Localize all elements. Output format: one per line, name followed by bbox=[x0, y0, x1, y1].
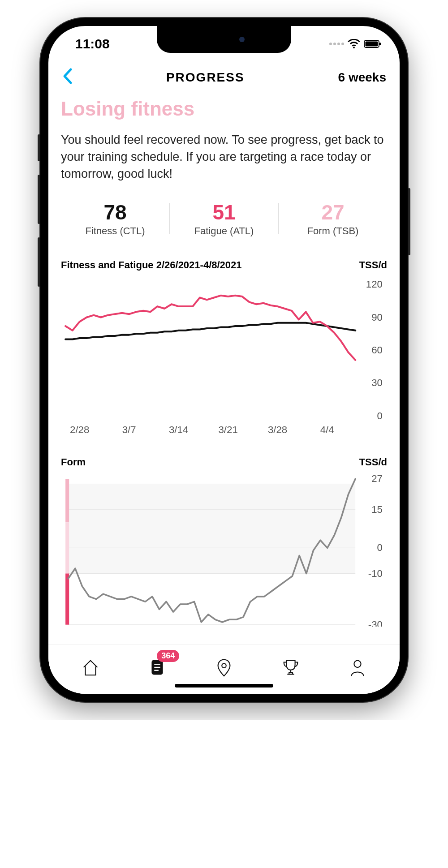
fitness-fatigue-chart[interactable]: 03060901202/283/73/143/213/284/4 bbox=[61, 275, 387, 438]
form-chart[interactable]: 27150-10-30 bbox=[61, 473, 387, 627]
svg-text:3/7: 3/7 bbox=[122, 424, 136, 435]
back-button[interactable] bbox=[62, 68, 73, 88]
svg-text:-30: -30 bbox=[368, 619, 383, 627]
phone-notch bbox=[157, 26, 291, 53]
svg-text:27: 27 bbox=[371, 473, 383, 485]
svg-point-33 bbox=[222, 663, 226, 668]
tab-awards[interactable] bbox=[275, 652, 306, 683]
tab-profile[interactable] bbox=[342, 652, 373, 683]
chart-title: Fitness and Fatigue 2/26/2021-4/8/2021 bbox=[61, 259, 242, 271]
svg-text:3/14: 3/14 bbox=[169, 424, 188, 435]
stats-row: 78 Fitness (CTL) 51 Fatigue (ATL) 27 For… bbox=[61, 200, 387, 237]
nav-bar: PROGRESS 6 weeks bbox=[48, 62, 400, 93]
svg-point-34 bbox=[354, 660, 361, 667]
svg-text:15: 15 bbox=[371, 504, 383, 515]
phone-side-button bbox=[38, 134, 40, 161]
trophy-icon bbox=[280, 657, 301, 678]
phone-side-button bbox=[38, 237, 40, 287]
stat-label: Fatigue (ATL) bbox=[174, 225, 274, 237]
stat-value: 27 bbox=[283, 200, 383, 224]
svg-rect-15 bbox=[68, 484, 355, 574]
svg-text:120: 120 bbox=[366, 279, 383, 290]
stat-label: Form (TSB) bbox=[283, 225, 383, 237]
stat-label: Fitness (CTL) bbox=[65, 225, 165, 237]
phone-device-frame: 11:08 bbox=[40, 18, 408, 702]
svg-text:-10: -10 bbox=[368, 568, 383, 579]
svg-text:3/21: 3/21 bbox=[218, 424, 237, 435]
date-range-selector[interactable]: 6 weeks bbox=[338, 70, 386, 85]
svg-rect-3 bbox=[379, 43, 381, 45]
tab-feed[interactable]: 364 bbox=[142, 652, 173, 683]
page-title: PROGRESS bbox=[73, 70, 338, 85]
svg-rect-2 bbox=[366, 42, 378, 47]
tab-home[interactable] bbox=[75, 652, 106, 683]
svg-text:60: 60 bbox=[371, 344, 383, 356]
tab-explore[interactable] bbox=[208, 652, 240, 683]
chart-unit: TSS/d bbox=[359, 456, 387, 468]
chevron-left-icon bbox=[62, 68, 73, 85]
svg-text:0: 0 bbox=[377, 410, 383, 421]
home-indicator[interactable] bbox=[175, 684, 273, 688]
stat-fatigue: 51 Fatigue (ATL) bbox=[170, 200, 278, 237]
svg-text:30: 30 bbox=[371, 378, 383, 389]
svg-text:2/28: 2/28 bbox=[70, 424, 89, 435]
chart-title: Form bbox=[61, 456, 86, 468]
wifi-icon bbox=[348, 39, 360, 49]
home-icon bbox=[80, 657, 101, 678]
person-icon bbox=[347, 657, 368, 678]
svg-text:3/28: 3/28 bbox=[268, 424, 287, 435]
phone-side-button bbox=[408, 188, 410, 255]
svg-text:0: 0 bbox=[377, 542, 383, 554]
stat-fitness: 78 Fitness (CTL) bbox=[61, 200, 169, 237]
battery-icon bbox=[364, 39, 382, 48]
status-headline: Losing fitness bbox=[61, 98, 387, 120]
chart-unit: TSS/d bbox=[359, 259, 387, 271]
svg-rect-22 bbox=[65, 523, 69, 574]
fitness-fatigue-chart-section: Fitness and Fatigue 2/26/2021-4/8/2021 T… bbox=[61, 259, 387, 438]
stat-value: 51 bbox=[174, 200, 274, 224]
svg-rect-21 bbox=[65, 479, 69, 523]
svg-text:4/4: 4/4 bbox=[320, 424, 334, 435]
stat-form: 27 Form (TSB) bbox=[279, 200, 387, 237]
svg-text:90: 90 bbox=[371, 312, 383, 323]
svg-rect-23 bbox=[65, 574, 69, 625]
tab-badge: 364 bbox=[157, 650, 179, 662]
status-description: You should feel recovered now. To see pr… bbox=[61, 132, 387, 182]
svg-point-0 bbox=[353, 47, 355, 48]
stat-value: 78 bbox=[65, 200, 165, 224]
form-chart-section: Form TSS/d 27150-10-30 bbox=[61, 456, 387, 627]
cell-dots-icon bbox=[329, 43, 344, 45]
map-pin-icon bbox=[214, 657, 234, 678]
phone-side-button bbox=[38, 175, 40, 224]
